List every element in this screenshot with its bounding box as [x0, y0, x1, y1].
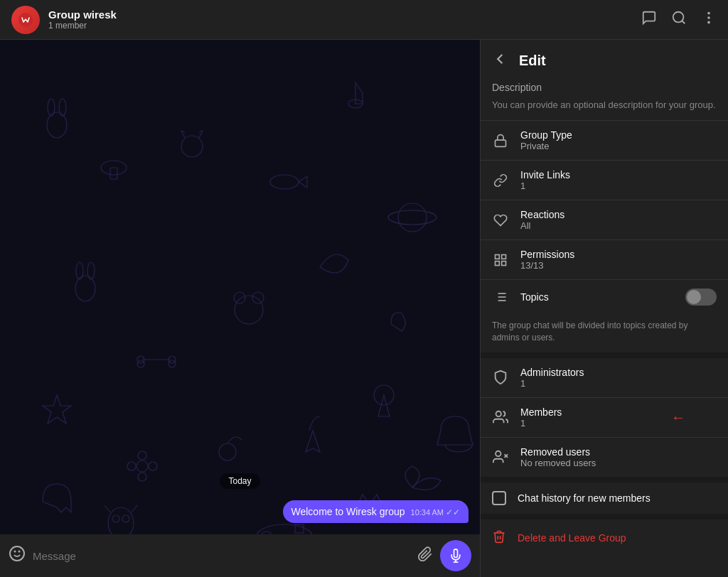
message-time: 10:34 AM: [411, 508, 444, 517]
permissions-icon: [492, 252, 509, 269]
group-type-value: Private: [520, 141, 717, 151]
red-arrow-icon: ←: [671, 409, 685, 425]
mic-button[interactable]: [440, 540, 471, 571]
admin-label: Administrators: [520, 367, 717, 378]
description-label: Description: [492, 82, 717, 93]
delete-icon: [492, 529, 506, 547]
svg-point-1: [673, 12, 684, 23]
removed-users-item[interactable]: Removed users No removed users: [481, 438, 728, 477]
group-avatar[interactable]: [11, 6, 40, 34]
lock-icon: [492, 132, 509, 149]
svg-rect-47: [496, 254, 500, 259]
admin-value: 1: [520, 378, 717, 389]
members-content: Members 1: [520, 406, 717, 428]
admin-icon: [492, 369, 509, 386]
permissions-label: Permissions: [520, 249, 717, 260]
reactions-content: Reactions All: [520, 209, 717, 231]
reactions-value: All: [520, 220, 717, 231]
group-info: Group wiresk 1 member: [48, 9, 117, 31]
removed-label: Removed users: [520, 446, 717, 458]
svg-point-3: [708, 13, 710, 14]
message-meta: 10:34 AM ✓✓: [411, 507, 460, 517]
description-section: Description You can provide an optional …: [481, 82, 728, 120]
topics-content: Topics: [520, 291, 674, 303]
admin-content: Administrators 1: [520, 367, 717, 389]
members-arrow-indicator: ←: [671, 409, 685, 426]
chat-input-bar: [0, 534, 480, 577]
topics-label: Topics: [520, 291, 674, 303]
chat-content: Today Welcome to Wiresk group 10:34 AM ✓…: [0, 40, 480, 577]
members-label: Members: [520, 406, 717, 418]
reactions-label: Reactions: [520, 209, 717, 220]
section-divider-1: [481, 352, 728, 358]
message-bubble: Welcome to Wiresk group 10:34 AM ✓✓: [283, 500, 469, 523]
permissions-item[interactable]: Permissions 13/13: [481, 240, 728, 279]
section-divider-3: [481, 514, 728, 519]
header-left: Group wiresk 1 member: [11, 6, 641, 34]
svg-rect-46: [496, 140, 506, 146]
message-text: Welcome to Wiresk group: [291, 506, 405, 517]
heart-icon: [492, 212, 509, 229]
chat-panel: Today Welcome to Wiresk group 10:34 AM ✓…: [0, 40, 480, 577]
invite-links-item[interactable]: Invite Links 1: [481, 161, 728, 200]
message-input[interactable]: [33, 550, 410, 562]
search-icon[interactable]: [671, 10, 687, 29]
delete-leave-item[interactable]: Delete and Leave Group: [481, 519, 728, 557]
link-icon: [492, 172, 509, 189]
invite-links-label: Invite Links: [520, 169, 717, 180]
app-header: Group wiresk 1 member: [0, 0, 728, 40]
chat-history-label: Chat history for new members: [518, 492, 651, 504]
chat-icon[interactable]: [641, 10, 657, 29]
edit-header: Edit: [481, 40, 728, 82]
member-count: 1 member: [48, 21, 117, 31]
reactions-item[interactable]: Reactions All: [481, 200, 728, 239]
group-name: Group wiresk: [48, 9, 117, 21]
delete-label: Delete and Leave Group: [518, 532, 626, 544]
administrators-item[interactable]: Administrators 1: [481, 358, 728, 397]
group-type-label: Group Type: [520, 129, 717, 141]
chat-history-checkbox[interactable]: [492, 491, 506, 505]
chat-history-item[interactable]: Chat history for new members: [481, 482, 728, 514]
svg-point-41: [10, 546, 24, 561]
removed-content: Removed users No removed users: [520, 446, 717, 468]
header-actions: [641, 10, 717, 29]
topics-hint: The group chat will be divided into topi…: [481, 314, 728, 352]
topics-toggle[interactable]: [685, 288, 717, 306]
topics-icon: [492, 288, 509, 306]
description-hint: You can provide an optional description …: [492, 99, 717, 112]
main-layout: Today Welcome to Wiresk group 10:34 AM ✓…: [0, 40, 728, 577]
read-checkmark: ✓✓: [446, 507, 460, 517]
svg-point-57: [496, 411, 501, 416]
back-button[interactable]: [492, 51, 508, 70]
more-icon[interactable]: [701, 10, 717, 29]
edit-title: Edit: [519, 53, 546, 69]
svg-rect-49: [502, 261, 506, 265]
invite-links-value: 1: [520, 180, 717, 191]
group-type-item[interactable]: Group Type Private: [481, 121, 728, 160]
members-item[interactable]: Members 1 ←: [481, 398, 728, 437]
topics-item[interactable]: Topics: [481, 280, 728, 314]
permissions-value: 13/13: [520, 260, 717, 271]
attach-button[interactable]: [417, 546, 433, 566]
permissions-content: Permissions 13/13: [520, 249, 717, 271]
svg-line-2: [682, 21, 685, 23]
date-badge: Today: [220, 473, 259, 489]
invite-links-content: Invite Links 1: [520, 169, 717, 191]
svg-rect-48: [502, 254, 506, 259]
emoji-button[interactable]: [9, 545, 26, 566]
removed-icon: [492, 448, 509, 465]
removed-value: No removed users: [520, 458, 717, 468]
right-panel: Edit Description You can provide an opti…: [480, 40, 728, 577]
members-icon: [492, 409, 509, 426]
members-value: 1: [520, 418, 717, 428]
svg-point-5: [708, 22, 710, 23]
section-divider-2: [481, 477, 728, 482]
chat-messages: Today Welcome to Wiresk group 10:34 AM ✓…: [0, 40, 480, 534]
svg-rect-50: [496, 261, 500, 265]
svg-point-58: [496, 451, 500, 456]
svg-point-4: [708, 17, 710, 18]
group-type-content: Group Type Private: [520, 129, 717, 151]
